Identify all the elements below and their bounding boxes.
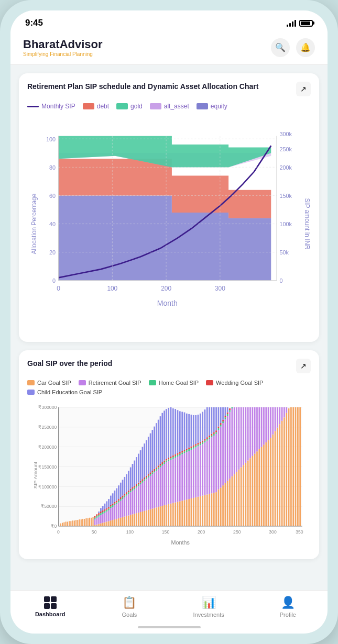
svg-rect-401 (238, 470, 240, 526)
svg-rect-446 (290, 407, 292, 526)
svg-rect-398 (234, 407, 235, 474)
svg-rect-127 (116, 503, 117, 504)
svg-rect-129 (116, 488, 117, 501)
svg-rect-308 (191, 447, 192, 448)
card1-chart: Allocation Percentage SIP amount in INR (27, 116, 311, 334)
nav-investments[interactable]: 📊 Investments (190, 596, 227, 618)
svg-text:₹0: ₹0 (51, 524, 57, 529)
svg-rect-104 (106, 502, 107, 508)
legend-retirement: Retirement Goal SIP (79, 380, 141, 386)
svg-rect-444 (286, 407, 287, 413)
battery-icon (299, 20, 313, 27)
svg-rect-156 (128, 494, 129, 516)
svg-rect-432 (272, 407, 274, 435)
svg-rect-140 (122, 517, 124, 526)
nav-goals[interactable]: 📋 Goals (111, 596, 148, 618)
svg-rect-212 (150, 474, 151, 476)
svg-rect-78 (96, 516, 97, 518)
svg-rect-226 (156, 471, 157, 507)
svg-text:100: 100 (126, 529, 134, 535)
svg-rect-408 (245, 407, 246, 463)
svg-rect-224 (154, 427, 155, 469)
svg-rect-144 (122, 480, 124, 495)
svg-rect-341 (206, 441, 208, 495)
svg-rect-395 (232, 408, 233, 476)
svg-rect-103 (106, 508, 107, 510)
svg-rect-187 (140, 483, 141, 484)
svg-rect-374 (220, 407, 222, 423)
status-bar: 9:45 (10, 10, 328, 32)
svg-rect-180 (138, 513, 139, 526)
svg-rect-198 (144, 478, 145, 479)
svg-rect-357 (213, 434, 215, 436)
svg-rect-344 (206, 407, 208, 437)
svg-text:SIP Amount: SIP Amount (32, 462, 38, 488)
svg-rect-373 (220, 423, 222, 425)
svg-rect-428 (268, 407, 269, 440)
svg-rect-301 (188, 451, 190, 499)
svg-rect-143 (122, 496, 124, 497)
svg-rect-207 (148, 476, 149, 478)
svg-rect-130 (118, 518, 119, 526)
svg-rect-271 (175, 458, 176, 502)
svg-rect-82 (98, 515, 100, 517)
svg-text:SIP amount in INR: SIP amount in INR (303, 198, 311, 250)
nav-dashboard[interactable]: Dashboard (32, 596, 69, 617)
svg-rect-261 (170, 460, 172, 504)
card2-expand-button[interactable]: ↗ (296, 359, 311, 373)
svg-rect-117 (112, 505, 114, 507)
svg-rect-206 (148, 478, 149, 510)
svg-rect-377 (222, 421, 224, 423)
svg-rect-281 (179, 456, 181, 502)
svg-rect-351 (211, 437, 213, 493)
svg-rect-148 (124, 494, 125, 496)
svg-rect-172 (134, 488, 135, 490)
svg-rect-314 (193, 415, 194, 445)
svg-rect-229 (156, 423, 157, 467)
svg-rect-320 (198, 497, 199, 526)
svg-rect-285 (181, 501, 183, 527)
svg-rect-245 (163, 505, 165, 526)
goal-sip-card: Goal SIP over the period ↗ Car Goal SIP … (19, 350, 319, 559)
svg-rect-234 (158, 420, 159, 466)
svg-rect-282 (179, 454, 181, 456)
svg-rect-392 (229, 410, 231, 412)
svg-rect-193 (142, 479, 144, 481)
svg-rect-147 (124, 496, 125, 497)
svg-rect-184 (138, 454, 139, 483)
svg-rect-97 (104, 511, 106, 513)
svg-rect-288 (181, 451, 183, 452)
svg-rect-227 (156, 469, 157, 471)
svg-rect-421 (261, 447, 263, 526)
svg-rect-175 (136, 513, 137, 526)
card1-expand-button[interactable]: ↗ (296, 82, 311, 96)
svg-rect-135 (120, 518, 122, 526)
nav-profile[interactable]: 👤 Profile (269, 596, 306, 618)
svg-rect-337 (204, 441, 206, 442)
svg-rect-427 (268, 440, 269, 526)
svg-rect-313 (193, 445, 194, 447)
svg-rect-131 (118, 503, 119, 518)
notification-button[interactable]: 🔔 (296, 38, 315, 57)
svg-rect-202 (146, 478, 147, 479)
svg-rect-350 (211, 493, 213, 526)
svg-rect-263 (170, 457, 172, 458)
svg-rect-372 (220, 425, 222, 427)
svg-rect-256 (168, 461, 169, 504)
svg-rect-236 (160, 468, 161, 507)
svg-text:100k: 100k (279, 221, 292, 227)
svg-rect-128 (116, 501, 117, 503)
svg-rect-340 (206, 495, 208, 527)
svg-rect-238 (160, 464, 161, 465)
svg-rect-355 (213, 493, 215, 526)
legend-home: Home Goal SIP (149, 380, 199, 386)
svg-text:200: 200 (161, 285, 171, 292)
svg-rect-306 (191, 450, 192, 498)
svg-rect-155 (128, 516, 129, 527)
svg-rect-171 (134, 490, 135, 514)
allocation-chart-svg: Allocation Percentage SIP amount in INR (27, 116, 311, 331)
signal-icon (287, 19, 296, 27)
svg-rect-126 (116, 504, 117, 519)
svg-rect-115 (112, 520, 114, 526)
search-button[interactable]: 🔍 (271, 38, 290, 57)
